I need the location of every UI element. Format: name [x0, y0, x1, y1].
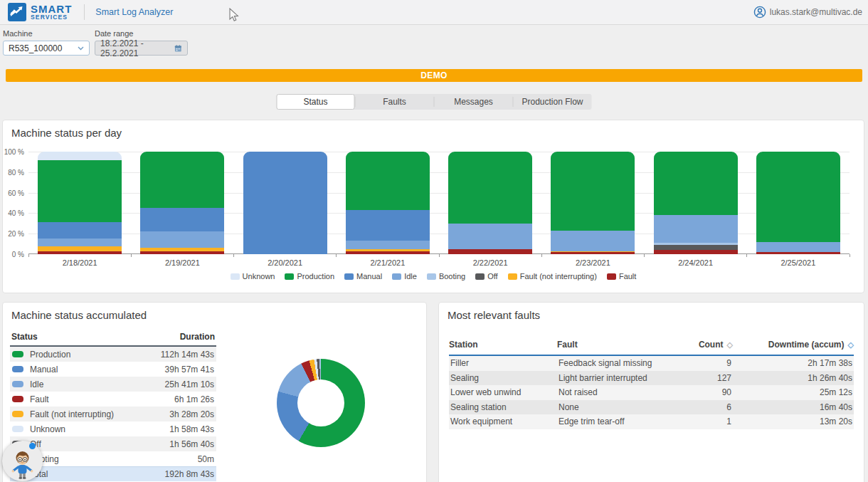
fault-cell: 2h 17m 38s — [731, 358, 852, 368]
legend-swatch — [427, 273, 436, 280]
bar-segment-manual — [243, 152, 327, 254]
bar-segment-manual — [346, 210, 430, 241]
legend-item-idle: Idle — [392, 272, 417, 281]
fault-cell: Lower web unwind — [450, 387, 559, 397]
bar-segment-idle — [448, 224, 532, 249]
fault-cell: Feedback signal missing — [559, 358, 666, 368]
status-label: Fault — [30, 394, 49, 404]
tab-bar: StatusFaultsMessagesProduction Flow — [277, 94, 592, 110]
stacked-bar-2-25-2021 — [756, 152, 840, 254]
fault-cell: Sealing — [450, 373, 559, 383]
bar-segment-idle — [551, 231, 635, 251]
bar-slot-2-19-2021 — [131, 152, 233, 254]
status-row-unknown: Unknown1h 58m 43s — [10, 421, 216, 436]
status-duration: 39h 57m 41s — [165, 365, 214, 374]
x-axis-label: 2/25/2021 — [780, 258, 815, 267]
x-axis-tick — [541, 254, 542, 257]
app-title: Smart Log Analyzer — [95, 7, 173, 17]
machine-select[interactable]: R535_100000 — [3, 41, 90, 56]
bar-segment-off — [654, 245, 738, 250]
bar-segment-idle — [654, 215, 738, 243]
stacked-bar-2-24-2021 — [654, 152, 738, 254]
status-swatch — [12, 396, 23, 402]
y-axis-tick-label: 60 % — [3, 189, 24, 197]
status-row-fault: Fault6h 1m 26s — [10, 392, 216, 407]
brand-line2: SERVICES — [31, 14, 72, 21]
status-swatch — [12, 351, 23, 357]
faults-panel-title: Most relevant faults — [439, 303, 864, 321]
fault-row-sealing: SealingLight barrier interrupted1271h 26… — [449, 371, 854, 386]
column-header-count[interactable]: Count◇ — [667, 340, 733, 350]
bar-segment-idle — [38, 239, 122, 246]
status-swatch — [12, 411, 23, 417]
fault-cell: 127 — [666, 373, 731, 383]
assistant-widget[interactable] — [2, 441, 43, 481]
bar-segment-production — [654, 152, 738, 215]
accumulated-table-header: Status Duration — [10, 330, 216, 347]
x-axis-tick — [746, 254, 747, 257]
x-axis-label: 2/20/2021 — [268, 258, 302, 267]
bar-slot-2-21-2021 — [337, 152, 439, 254]
legend-item-booting: Booting — [427, 272, 465, 281]
fault-cell: Not raised — [559, 387, 666, 397]
status-label: Idle — [30, 379, 43, 389]
status-duration: 6h 1m 26s — [174, 394, 214, 404]
status-swatch — [12, 426, 23, 432]
bar-segment-manual — [140, 208, 224, 231]
user-account-menu[interactable]: lukas.stark@multivac.de — [753, 6, 862, 19]
column-header-label: Fault — [557, 340, 578, 350]
fault-cell: 6 — [666, 402, 731, 412]
brand-line1: SMART — [31, 4, 72, 15]
column-header-station: Station — [449, 340, 557, 350]
tab-faults[interactable]: Faults — [356, 94, 434, 110]
demo-banner: DEMO — [6, 69, 862, 82]
column-header-fault: Fault — [557, 340, 667, 350]
date-range-filter: Date range 18.2.2021 - 25.2.2021 — [95, 29, 188, 56]
legend-swatch — [607, 273, 616, 280]
tab-production-flow[interactable]: Production Flow — [514, 94, 592, 110]
top-bar: SMART SERVICES Smart Log Analyzer lukas.… — [0, 0, 868, 25]
x-axis-tick — [644, 254, 645, 257]
chart-panel-title: Machine status per day — [3, 120, 864, 139]
bar-slot-2-18-2021 — [28, 152, 131, 254]
tab-messages[interactable]: Messages — [435, 94, 513, 110]
legend-item-manual: Manual — [344, 272, 382, 281]
x-axis-label: 2/24/2021 — [678, 258, 713, 267]
bar-segment-fault — [38, 251, 122, 254]
column-header-label: Downtime (accum) — [768, 340, 845, 350]
stacked-bar-2-22-2021 — [448, 152, 532, 254]
status-row-idle: Idle25h 41m 10s — [10, 377, 216, 392]
bar-slot-2-22-2021 — [439, 152, 541, 254]
bar-segment-manual — [38, 222, 122, 239]
tab-status[interactable]: Status — [277, 94, 355, 110]
x-axis-tick — [850, 254, 850, 257]
x-axis-label: 2/22/2021 — [473, 258, 508, 267]
legend-swatch — [285, 273, 294, 280]
status-label: Unknown — [30, 424, 65, 434]
status-duration: 50m — [198, 454, 214, 464]
date-range-input[interactable]: 18.2.2021 - 25.2.2021 — [95, 41, 188, 56]
status-duration: 3h 28m 20s — [169, 409, 214, 419]
machine-select-value: R535_100000 — [9, 43, 62, 53]
machine-status-per-day-panel: Machine status per day 2/18/20212/19/202… — [2, 120, 864, 293]
bar-segment-unknown — [38, 152, 122, 160]
status-duration: 112h 14m 43s — [161, 350, 214, 360]
legend-label: Manual — [356, 272, 382, 281]
bar-segment-production — [346, 152, 430, 210]
bar-slot-2-23-2021 — [541, 152, 644, 254]
date-range-value: 18.2.2021 - 25.2.2021 — [100, 38, 174, 58]
x-axis-label: 2/23/2021 — [576, 258, 610, 267]
legend-label: Production — [297, 272, 334, 281]
notification-dot — [29, 443, 36, 449]
brand-wordmark: SMART SERVICES — [31, 4, 72, 21]
fault-row-sealing-station: Sealing stationNone616m 40s — [449, 400, 854, 415]
y-axis-tick-label: 80 % — [3, 169, 24, 177]
status-donut-chart — [277, 359, 365, 447]
bar-segment-production — [756, 152, 840, 242]
fault-row-filler: FillerFeedback signal missing92h 17m 38s — [449, 356, 854, 371]
column-header-downtime-accum[interactable]: Downtime (accum)◇ — [733, 340, 854, 350]
bar-segment-idle — [346, 241, 430, 249]
column-header-status: Status — [11, 332, 38, 342]
legend-swatch — [392, 273, 401, 280]
assistant-avatar-icon — [2, 441, 43, 481]
